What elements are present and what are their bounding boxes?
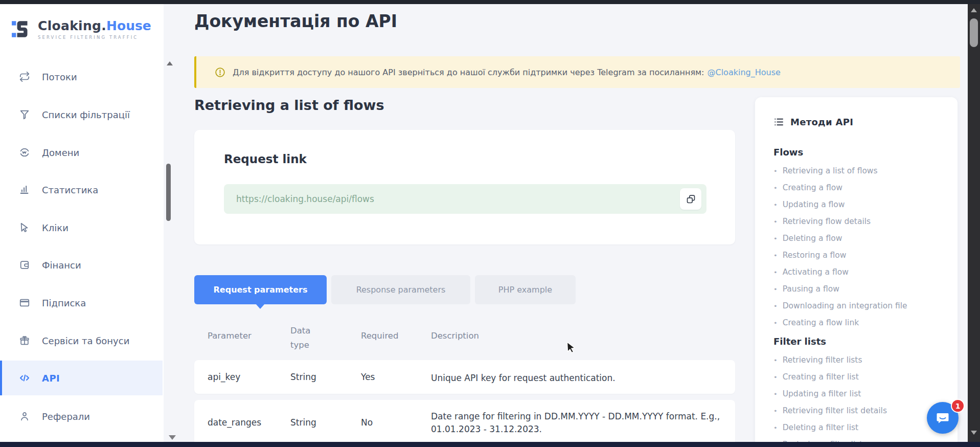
sidebar-item-label: Списки фільтрації [42, 109, 130, 120]
method-link[interactable]: Deleting a flow [773, 230, 942, 247]
window-scroll-down-arrow[interactable] [971, 431, 977, 435]
sidebar-item-finance[interactable]: Фінанси [0, 250, 163, 280]
sidebar-scrollbar-thumb[interactable] [166, 164, 171, 221]
methods-section-filter-lists: Filter lists [773, 336, 942, 347]
filter-lists-method-list: Retrieving filter lists Creating a filte… [773, 352, 942, 447]
cell-description: Unique API key for request authenticatio… [431, 372, 722, 385]
window-scrollbar-thumb[interactable] [970, 18, 978, 47]
api-methods-panel: Методи API Flows Retrieving a list of fl… [755, 97, 958, 447]
table-row: api_key String Yes Unique API key for re… [194, 360, 735, 394]
sidebar-scroll-down-arrow[interactable] [169, 435, 176, 440]
sidebar-item-api[interactable]: API [0, 361, 163, 395]
flows-method-list: Retrieving a list of flows Creating a fl… [773, 163, 942, 331]
chat-bubble-icon [934, 409, 951, 427]
active-tab-caret [256, 304, 265, 309]
list-icon [773, 117, 784, 127]
methods-panel-title-row: Методи API [773, 117, 942, 127]
method-link[interactable]: Retrieving filter lists [773, 352, 942, 369]
telegram-link[interactable]: @Cloaking_House [707, 68, 780, 77]
cell-data-type: String [290, 372, 316, 382]
sidebar-item-subscription[interactable]: Підписка [0, 287, 163, 318]
api-access-banner: Для відкриття доступу до нашого API звер… [194, 56, 960, 88]
services-icon [18, 334, 31, 347]
cell-parameter: date_ranges [208, 417, 261, 428]
sidebar-item-label: API [42, 373, 60, 384]
window-scroll-up-arrow[interactable] [971, 8, 977, 12]
info-icon [215, 67, 225, 78]
column-header-required: Required [361, 331, 398, 341]
copy-url-button[interactable] [680, 188, 701, 210]
cell-data-type: String [290, 417, 316, 428]
tab-request-parameters[interactable]: Request parameters [194, 275, 327, 304]
sidebar-item-label: Кліки [42, 222, 69, 233]
request-url-text: https://cloaking.house/api/flows [236, 194, 374, 204]
request-link-title: Request link [224, 152, 307, 166]
window-scrollbar-track[interactable] [968, 4, 980, 442]
logo-name-dark: Cloaking. [38, 18, 106, 33]
method-link[interactable]: Creating a flow [773, 180, 942, 196]
api-icon [18, 372, 31, 384]
page-title: Документація по API [194, 11, 397, 31]
method-link[interactable]: Retrieving a list of flows [773, 163, 942, 180]
cell-required: Yes [361, 372, 375, 382]
sidebar-item-label: Сервіси та бонуси [42, 336, 129, 346]
column-header-parameter: Parameter [208, 331, 252, 341]
copy-icon [686, 194, 696, 205]
column-header-description: Description [431, 331, 479, 341]
table-row: date_ranges String No Date range for fil… [194, 400, 735, 447]
section-title: Retrieving a list of flows [194, 97, 384, 113]
logo-name-blue: House [106, 18, 151, 33]
sidebar-item-domains[interactable]: Домени [0, 137, 163, 168]
sidebar-item-label: Потоки [42, 72, 77, 82]
logo[interactable]: Cloaking.House SERVICE FILTERING TRAFFIC [11, 18, 154, 42]
method-link[interactable]: Updating a flow [773, 196, 942, 213]
sidebar-item-referrals[interactable]: Реферали [0, 401, 163, 432]
method-link[interactable]: Restoring a flow [773, 247, 942, 264]
bottom-window-strip [0, 442, 980, 447]
domains-icon [18, 146, 31, 159]
sidebar-item-clicks[interactable]: Кліки [0, 212, 163, 243]
sidebar-item-label: Фінанси [42, 260, 81, 271]
sidebar: Cloaking.House SERVICE FILTERING TRAFFIC… [0, 4, 164, 442]
clicks-icon [18, 221, 31, 234]
sidebar-item-services[interactable]: Сервіси та бонуси [0, 325, 163, 356]
sidebar-item-label: Статистика [42, 185, 98, 195]
subscription-icon [18, 297, 31, 309]
cell-parameter: api_key [208, 372, 240, 382]
method-link[interactable]: Activating a flow [773, 264, 942, 281]
method-link[interactable]: Downloading an integration file [773, 298, 942, 315]
mouse-cursor [566, 342, 578, 356]
method-link[interactable]: Deleting a filter list [773, 419, 942, 436]
finance-icon [18, 259, 31, 271]
method-link[interactable]: Updating a filter list [773, 386, 942, 403]
cloaking-house-logo-icon [11, 18, 33, 40]
column-header-data-type: Data type [290, 324, 326, 352]
cell-required: No [361, 417, 373, 428]
sidebar-item-label: Підписка [42, 298, 86, 308]
sidebar-item-filter-lists[interactable]: Списки фільтрації [0, 99, 163, 130]
sidebar-scroll-up-arrow[interactable] [167, 61, 173, 65]
methods-panel-title: Методи API [790, 117, 853, 127]
method-link[interactable]: Retrieving flow details [773, 213, 942, 230]
chat-unread-badge: 1 [951, 399, 965, 413]
statistics-icon [18, 184, 31, 196]
tab-response-parameters[interactable]: Response parameters [331, 275, 470, 304]
methods-section-flows: Flows [773, 147, 942, 158]
referrals-icon [18, 410, 31, 422]
method-link[interactable]: Creating a flow link [773, 315, 942, 331]
method-link[interactable]: Creating a filter list [773, 369, 942, 386]
logo-subtitle: SERVICE FILTERING TRAFFIC [38, 35, 151, 40]
tab-php-example[interactable]: PHP example [475, 275, 576, 304]
sidebar-item-label: Домени [42, 147, 79, 158]
request-url-field[interactable]: https://cloaking.house/api/flows [224, 184, 706, 214]
cell-description: Date range for filtering in DD.MM.YYYY -… [431, 410, 722, 435]
method-link[interactable]: Retrieving filter list details [773, 403, 942, 419]
top-window-strip [0, 0, 980, 4]
banner-text: Для відкриття доступу до нашого API звер… [233, 68, 704, 77]
filter-lists-icon [18, 108, 31, 121]
sidebar-item-flows[interactable]: Потоки [0, 61, 163, 92]
sidebar-item-label: Реферали [42, 411, 90, 422]
flows-icon [18, 71, 31, 83]
sidebar-item-statistics[interactable]: Статистика [0, 174, 163, 205]
method-link[interactable]: Pausing a flow [773, 281, 942, 298]
